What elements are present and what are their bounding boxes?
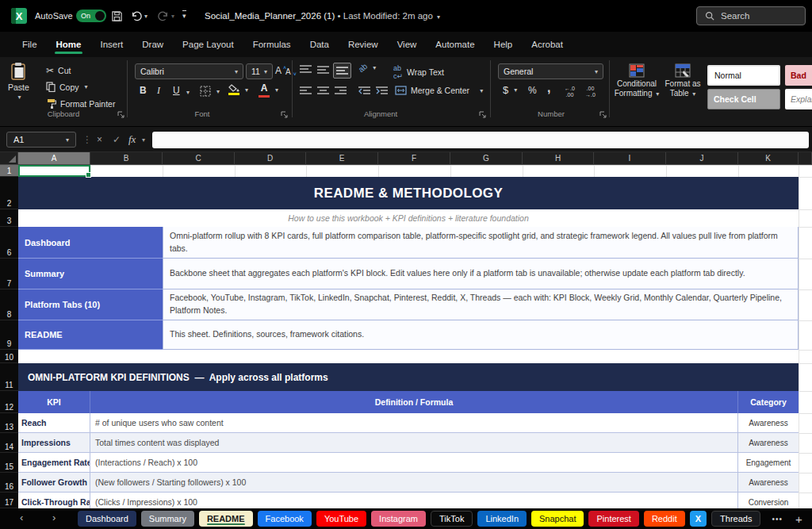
row-header[interactable]: 11 — [0, 363, 18, 391]
sheet-label-cell[interactable]: README — [18, 320, 163, 350]
kpi-category-cell[interactable]: Awareness — [738, 433, 799, 452]
sheet-tab-reddit[interactable]: Reddit — [644, 511, 685, 527]
table-row[interactable]: README This sheet. Definitions, sources,… — [18, 320, 799, 350]
tab-home[interactable]: Home — [47, 33, 91, 56]
align-top-button[interactable] — [300, 65, 312, 75]
number-format-select[interactable]: General▾ — [498, 63, 603, 79]
table-row[interactable]: Platform Tabs (10) Facebook, YouTube, In… — [18, 289, 799, 320]
excel-logo-icon[interactable]: X — [11, 8, 27, 24]
italic-button[interactable]: I — [157, 85, 160, 97]
row-header[interactable]: 3 — [0, 209, 18, 227]
redo-button[interactable]: ▾ — [157, 6, 174, 25]
orientation-button[interactable]: ab ▾ — [358, 63, 376, 72]
decrease-indent-button[interactable] — [358, 86, 370, 96]
kpi-category-cell[interactable]: Awareness — [738, 413, 799, 432]
cut-button[interactable]: ✂Cut — [46, 65, 71, 76]
row-header[interactable]: 10 — [0, 350, 18, 363]
kpi-col-header[interactable]: KPI — [18, 391, 90, 413]
sheet-tab-summary[interactable]: Summary — [141, 511, 194, 527]
currency-button[interactable]: $▾ — [503, 84, 517, 96]
prev-sheet-button[interactable]: ‹ — [20, 512, 23, 523]
cancel-entry-button[interactable]: × — [97, 132, 102, 148]
align-center-button[interactable] — [317, 86, 329, 96]
wrap-text-button[interactable]: abc↵ Wrap Text — [393, 64, 444, 80]
kpi-definition-cell[interactable]: (New followers / Starting followers) x 1… — [90, 473, 738, 492]
column-header-e[interactable]: E — [306, 152, 378, 165]
sheet-tab-threads[interactable]: Threads — [711, 511, 760, 527]
sheet-tab-instagram[interactable]: Instagram — [371, 511, 426, 527]
document-title[interactable]: Social_Media_Planner_2026 (1) • Last Mod… — [205, 11, 440, 21]
confirm-entry-button[interactable]: ✓ — [113, 132, 121, 148]
row-header[interactable]: 16 — [0, 473, 18, 493]
select-all-corner[interactable] — [0, 152, 18, 165]
format-as-table-button[interactable]: Format asTable ▾ — [663, 63, 703, 98]
tab-help[interactable]: Help — [485, 33, 523, 56]
font-size-select[interactable]: 11▾ — [246, 63, 273, 79]
align-right-button[interactable] — [335, 86, 347, 96]
merge-center-button[interactable]: Merge & Center ▾ — [395, 86, 483, 95]
kpi-name-cell[interactable]: Follower Growth Rate — [18, 473, 90, 492]
undo-button[interactable]: ▾ — [130, 6, 147, 25]
kpi-name-cell[interactable]: Reach — [18, 413, 90, 432]
fill-color-button[interactable]: ▾ — [228, 84, 248, 95]
table-row[interactable]: Engagement Rate (Interactions / Reach) x… — [18, 453, 799, 473]
tab-draw[interactable]: Draw — [132, 33, 173, 56]
tab-automate[interactable]: Automate — [426, 33, 484, 56]
column-header-d[interactable]: D — [235, 152, 306, 165]
column-header-g[interactable]: G — [450, 152, 523, 165]
increase-decimal-button[interactable]: ←.0.00 — [565, 86, 575, 98]
format-painter-button[interactable]: Format Painter — [46, 98, 115, 109]
percent-button[interactable]: % — [528, 85, 537, 96]
sheet-desc-cell[interactable]: Backbone sheet that aggregates each plat… — [163, 259, 799, 289]
add-sheet-button[interactable]: + — [795, 512, 802, 526]
sheet-label-cell[interactable]: Dashboard — [18, 227, 163, 259]
column-header-k[interactable]: K — [738, 152, 799, 165]
font-name-select[interactable]: Calibri▾ — [135, 63, 243, 79]
row-header[interactable]: 14 — [0, 433, 18, 453]
tab-file[interactable]: File — [13, 33, 47, 56]
row-header[interactable]: 13 — [0, 413, 18, 433]
kpi-category-cell[interactable]: Engagement — [738, 453, 799, 472]
column-header-a[interactable]: A — [18, 152, 90, 165]
table-row[interactable]: Dashboard Omni-platform rollup with 8 KP… — [18, 227, 799, 259]
definition-col-header[interactable]: Definition / Formula — [90, 391, 738, 413]
search-input[interactable]: Search — [696, 6, 806, 25]
kpi-definition-cell[interactable]: # of unique users who saw content — [90, 413, 738, 432]
align-middle-button[interactable] — [317, 65, 329, 75]
column-header-b[interactable]: B — [90, 152, 163, 165]
kpi-header-row[interactable]: KPI Definition / Formula Category — [18, 391, 799, 413]
sheet-tab-readme[interactable]: README — [199, 511, 253, 527]
underline-button[interactable]: U — [173, 85, 180, 96]
sheet-tab-tiktok[interactable]: TikTok — [431, 511, 473, 527]
decrease-decimal-button[interactable]: .00→.0 — [585, 86, 596, 98]
formula-input[interactable] — [152, 132, 809, 148]
kpi-section-header-cell[interactable]: OMNI-PLATFORM KPI DEFINITIONS — Apply ac… — [18, 363, 799, 391]
kpi-name-cell[interactable]: Impressions — [18, 433, 90, 452]
sheet-tab-youtube[interactable]: YouTube — [316, 511, 366, 527]
next-sheet-button[interactable]: › — [52, 512, 56, 523]
name-box[interactable]: A1▾ — [6, 132, 76, 148]
copy-button[interactable]: Copy▾ — [46, 82, 88, 92]
underline-chevron-icon[interactable]: ▾ — [186, 89, 190, 96]
clipboard-dialog-launcher[interactable] — [117, 111, 125, 119]
save-button[interactable] — [111, 6, 123, 25]
increase-font-button[interactable]: A˄ — [275, 65, 286, 76]
tab-review[interactable]: Review — [339, 33, 388, 56]
tab-acrobat[interactable]: Acrobat — [522, 33, 573, 56]
sheet-tab-linkedin[interactable]: LinkedIn — [477, 511, 527, 527]
column-header-f[interactable]: F — [378, 152, 450, 165]
number-dialog-launcher[interactable] — [599, 111, 607, 119]
sheet-tab-dashboard[interactable]: Dashboard — [78, 511, 136, 527]
subtitle-cell[interactable]: How to use this workbook + KPI definitio… — [18, 209, 799, 227]
tab-page-layout[interactable]: Page Layout — [173, 33, 243, 56]
kpi-definition-cell[interactable]: (Interactions / Reach) x 100 — [90, 453, 738, 472]
formula-bar-chevron-icon[interactable]: ▾ — [142, 132, 145, 148]
tab-data[interactable]: Data — [301, 33, 339, 56]
sheet-tab-snapchat[interactable]: Snapchat — [531, 511, 584, 527]
kpi-name-cell[interactable]: Engagement Rate — [18, 453, 90, 472]
row-header[interactable]: 17 — [0, 493, 18, 508]
decrease-font-button[interactable]: A˅ — [285, 67, 297, 77]
row-header[interactable]: 8 — [0, 289, 18, 320]
sheet-tab-x[interactable]: X — [690, 511, 707, 527]
column-header-partial[interactable] — [799, 152, 812, 165]
